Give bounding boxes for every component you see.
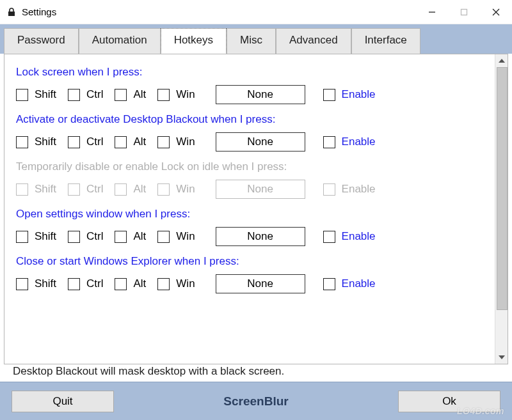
tab-bar: Password Automation Hotkeys Misc Advance… xyxy=(0,24,512,54)
ctrl-label: Ctrl xyxy=(86,277,103,290)
alt-checkbox[interactable] xyxy=(115,231,127,243)
alt-checkbox[interactable] xyxy=(115,136,127,148)
enable-label: Enable xyxy=(342,136,376,148)
watermark: LO4D.com xyxy=(457,406,504,416)
scroll-up-arrow[interactable] xyxy=(495,54,508,67)
hint-text: Desktop Blackout will mask desktop with … xyxy=(6,361,284,380)
win-checkbox[interactable] xyxy=(157,231,170,243)
key-selector[interactable]: None xyxy=(216,132,305,152)
tab-interface[interactable]: Interface xyxy=(351,28,420,54)
shift-label: Shift xyxy=(35,136,56,148)
lock-icon xyxy=(6,7,17,17)
alt-label: Alt xyxy=(133,230,146,243)
ctrl-checkbox xyxy=(68,183,80,196)
enable-label: Enable xyxy=(342,88,376,101)
win-label: Win xyxy=(176,88,195,101)
shift-label: Shift xyxy=(35,88,56,101)
ctrl-label: Ctrl xyxy=(86,230,103,243)
alt-label: Alt xyxy=(133,88,146,101)
alt-label: Alt xyxy=(133,277,146,290)
alt-label: Alt xyxy=(133,183,146,196)
content-area: Lock screen when I press:ShiftCtrlAltWin… xyxy=(4,54,508,364)
win-label: Win xyxy=(176,136,195,148)
hotkey-row: ShiftCtrlAltWinNoneEnable xyxy=(16,274,490,293)
app-name: ScreenBlur xyxy=(114,394,398,408)
section-title: Activate or deactivate Desktop Blackout … xyxy=(16,113,490,126)
enable-label: Enable xyxy=(342,230,376,243)
ctrl-checkbox[interactable] xyxy=(68,89,80,101)
win-checkbox[interactable] xyxy=(157,89,170,101)
alt-label: Alt xyxy=(133,136,146,148)
win-checkbox[interactable] xyxy=(157,136,170,148)
hotkey-row: ShiftCtrlAltWinNoneEnable xyxy=(16,132,490,152)
win-checkbox xyxy=(157,183,170,196)
tab-password[interactable]: Password xyxy=(4,28,79,54)
scroll-down-arrow[interactable] xyxy=(495,351,508,364)
key-selector[interactable]: None xyxy=(216,85,305,104)
section-title: Lock screen when I press: xyxy=(16,66,490,79)
ctrl-label: Ctrl xyxy=(86,88,103,101)
maximize-button[interactable] xyxy=(448,2,480,22)
hotkey-row: ShiftCtrlAltWinNoneEnable xyxy=(16,227,490,246)
enable-label: Enable xyxy=(342,277,376,290)
enable-checkbox[interactable] xyxy=(323,89,335,101)
close-button[interactable] xyxy=(480,2,512,22)
ctrl-checkbox[interactable] xyxy=(68,231,80,243)
svg-marker-5 xyxy=(499,59,505,63)
ctrl-label: Ctrl xyxy=(86,136,103,148)
alt-checkbox xyxy=(115,183,127,196)
section-title: Open settings window when I press: xyxy=(16,208,490,221)
key-selector[interactable]: None xyxy=(216,227,305,246)
enable-checkbox[interactable] xyxy=(323,278,335,290)
shift-label: Shift xyxy=(35,230,56,243)
titlebar: Settings xyxy=(0,0,512,24)
shift-checkbox[interactable] xyxy=(16,231,28,243)
shift-label: Shift xyxy=(35,277,56,290)
svg-marker-6 xyxy=(499,355,505,359)
alt-checkbox[interactable] xyxy=(115,278,127,290)
minimize-button[interactable] xyxy=(416,2,448,22)
shift-checkbox[interactable] xyxy=(16,89,28,101)
win-label: Win xyxy=(176,230,195,243)
tab-automation[interactable]: Automation xyxy=(79,28,161,54)
win-checkbox[interactable] xyxy=(157,278,170,290)
hotkey-row: ShiftCtrlAltWinNoneEnable xyxy=(16,85,490,104)
scroll-thumb[interactable] xyxy=(497,67,508,310)
enable-checkbox[interactable] xyxy=(323,136,335,148)
quit-button[interactable]: Quit xyxy=(12,391,114,412)
ctrl-checkbox[interactable] xyxy=(68,136,80,148)
enable-checkbox xyxy=(323,183,335,196)
enable-label: Enable xyxy=(342,183,376,196)
win-label: Win xyxy=(176,277,195,290)
alt-checkbox[interactable] xyxy=(115,89,127,101)
key-selector[interactable]: None xyxy=(216,274,305,293)
shift-checkbox[interactable] xyxy=(16,136,28,148)
ctrl-label: Ctrl xyxy=(86,183,103,196)
vertical-scrollbar[interactable] xyxy=(495,54,508,364)
ctrl-checkbox[interactable] xyxy=(68,278,80,290)
shift-label: Shift xyxy=(35,183,56,196)
svg-rect-2 xyxy=(461,9,467,15)
section-title: Temporarily disable or enable Lock on id… xyxy=(16,160,490,173)
key-selector: None xyxy=(216,180,305,199)
section-title: Close or start Windows Explorer when I p… xyxy=(16,255,490,268)
tab-hotkeys[interactable]: Hotkeys xyxy=(161,28,227,54)
shift-checkbox xyxy=(16,183,28,196)
svg-rect-0 xyxy=(8,12,15,16)
footer: Quit ScreenBlur Ok xyxy=(0,382,512,420)
shift-checkbox[interactable] xyxy=(16,278,28,290)
enable-checkbox[interactable] xyxy=(323,231,335,243)
tab-advanced[interactable]: Advanced xyxy=(276,28,351,54)
window-title: Settings xyxy=(22,6,56,17)
win-label: Win xyxy=(176,183,195,196)
hotkey-row: ShiftCtrlAltWinNoneEnable xyxy=(16,180,490,199)
tab-misc[interactable]: Misc xyxy=(227,28,276,54)
